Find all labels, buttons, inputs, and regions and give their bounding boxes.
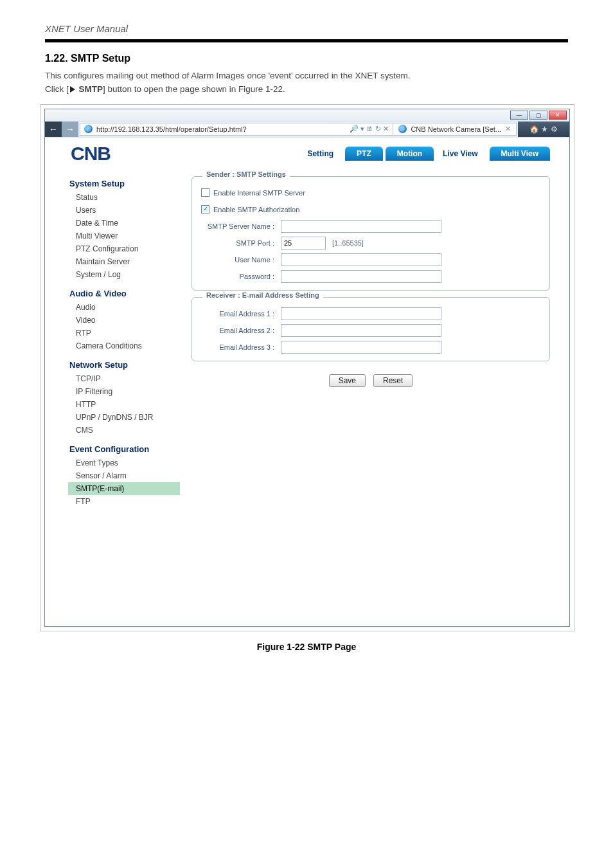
action-buttons: Save Reset — [191, 368, 550, 391]
nav-users[interactable]: Users — [68, 204, 180, 217]
email2-label: Email Address 2 : — [201, 327, 281, 334]
receiver-fieldset: Receiver : E-mail Address Setting Email … — [191, 297, 550, 361]
email1-label: Email Address 1 : — [201, 310, 281, 318]
nav-rtp[interactable]: RTP — [68, 327, 180, 339]
nav-ftp[interactable]: FTP — [68, 495, 180, 508]
section-title: 1.22. SMTP Setup — [0, 42, 613, 66]
window-minimize-button[interactable]: — — [510, 111, 528, 120]
email3-label: Email Address 3 : — [201, 343, 281, 351]
tab-title: CNB Network Camera [Set... — [411, 125, 501, 133]
side-nav: System Setup Status Users Date & Time Mu… — [68, 171, 180, 508]
smtp-port-input[interactable] — [281, 237, 326, 249]
nav-ip-filtering[interactable]: IP Filtering — [68, 385, 180, 398]
page-content: CNB Setting PTZ Motion Live View Multi V… — [45, 138, 569, 626]
section-body: This configures mailing out method of Al… — [0, 66, 613, 96]
nav-back-button[interactable]: ← — [45, 122, 62, 137]
body-line-2: Click [ SMTP] button to open the page sh… — [45, 83, 568, 96]
smtp-server-name-input[interactable] — [281, 220, 441, 233]
content-columns: System Setup Status Users Date & Time Mu… — [45, 171, 569, 508]
nav-event-types[interactable]: Event Types — [68, 457, 180, 469]
nav-setting[interactable]: Setting — [298, 147, 342, 161]
nav-date-time[interactable]: Date & Time — [68, 217, 180, 230]
nav-multi-view[interactable]: Multi View — [490, 147, 550, 161]
nav-sensor-alarm[interactable]: Sensor / Alarm — [68, 469, 180, 482]
nav-maintain-server[interactable]: Maintain Server — [68, 255, 180, 268]
window-titlebar: — ▢ ✕ — [45, 109, 569, 121]
smtp-server-name-label: SMTP Server Name : — [201, 222, 281, 230]
email2-input[interactable] — [281, 324, 441, 337]
nav-camera-conditions[interactable]: Camera Conditions — [68, 339, 180, 352]
enable-smtp-auth-checkbox[interactable]: Enable SMTP Authorization — [201, 205, 299, 213]
ie-icon — [84, 125, 93, 133]
nav-audio[interactable]: Audio — [68, 301, 180, 314]
enable-internal-smtp-checkbox[interactable]: Enable Internal SMTP Server — [201, 188, 305, 197]
nav-upnp-dyndns-bjr[interactable]: UPnP / DynDNS / BJR — [68, 411, 180, 424]
save-button[interactable]: Save — [329, 374, 366, 387]
tab-close-icon[interactable]: ✕ — [505, 125, 511, 133]
ie-icon — [398, 125, 407, 133]
nav-smtp-email[interactable]: SMTP(E-mail) — [68, 482, 180, 495]
top-nav-links: Setting PTZ Motion Live View Multi View — [298, 147, 550, 161]
smtp-port-hint: [1..65535] — [332, 239, 364, 247]
smtp-port-label: SMTP Port : — [201, 239, 281, 247]
checkbox-unchecked-icon — [201, 188, 209, 197]
section-number: 1.22. — [45, 53, 68, 64]
nav-multi-viewer[interactable]: Multi Viewer — [68, 230, 180, 242]
home-star-gear-icons[interactable]: 🏠 ★ ⚙ — [529, 125, 558, 134]
nav-ptz-config[interactable]: PTZ Configuration — [68, 242, 180, 255]
group-network-setup: Network Setup — [69, 360, 180, 370]
email1-input[interactable] — [281, 307, 441, 320]
doc-header-title: XNET User Manual — [0, 0, 613, 37]
smtp-pass-input[interactable] — [281, 270, 441, 283]
nav-video[interactable]: Video — [68, 314, 180, 327]
window-close-button[interactable]: ✕ — [549, 111, 567, 120]
browser-toolbar-right: 🏠 ★ ⚙ — [518, 122, 569, 137]
smtp-user-input[interactable] — [281, 253, 441, 266]
receiver-legend: Receiver : E-mail Address Setting — [202, 291, 323, 299]
nav-ptz[interactable]: PTZ — [345, 147, 383, 161]
browser-address-bar: ← → http://192.168.123.35/html/operator/… — [45, 121, 569, 138]
enable-internal-smtp-label: Enable Internal SMTP Server — [213, 189, 305, 197]
sender-fieldset: Sender : SMTP Settings Enable Internal S… — [191, 176, 550, 291]
section-name: SMTP Setup — [71, 53, 130, 64]
browser-window: — ▢ ✕ ← → http://192.168.123.35/html/ope… — [44, 109, 570, 627]
nav-live-view[interactable]: Live View — [434, 147, 486, 161]
nav-cms[interactable]: CMS — [68, 424, 180, 437]
nav-http[interactable]: HTTP — [68, 398, 180, 411]
email3-input[interactable] — [281, 341, 441, 354]
enable-smtp-auth-label: Enable SMTP Authorization — [213, 206, 299, 213]
settings-panel: Sender : SMTP Settings Enable Internal S… — [191, 171, 550, 508]
window-maximize-button[interactable]: ▢ — [529, 111, 547, 120]
sender-legend: Sender : SMTP Settings — [202, 170, 290, 178]
nav-system-log[interactable]: System / Log — [68, 268, 180, 281]
figure-screenshot: — ▢ ✕ ← → http://192.168.123.35/html/ope… — [40, 104, 574, 631]
smtp-user-label: User Name : — [201, 256, 281, 264]
url-toolbar-icons: 🔎 ▾ 🗎 ↻ ✕ — [350, 125, 389, 133]
nav-status[interactable]: Status — [68, 191, 180, 204]
reset-button[interactable]: Reset — [373, 374, 413, 387]
play-triangle-icon — [70, 86, 75, 93]
group-event-config: Event Configuration — [69, 444, 180, 454]
group-audio-video: Audio & Video — [69, 289, 180, 298]
checkbox-checked-icon — [201, 205, 209, 213]
url-text: http://192.168.123.35/html/operator/Setu… — [96, 125, 247, 133]
body-line-1: This configures mailing out method of Al… — [45, 69, 568, 83]
nav-motion[interactable]: Motion — [386, 147, 434, 161]
figure-caption: Figure 1-22 SMTP Page — [0, 642, 613, 652]
cnb-logo: CNB — [71, 143, 193, 165]
url-field[interactable]: http://192.168.123.35/html/operator/Setu… — [80, 123, 393, 136]
smtp-pass-label: Password : — [201, 273, 281, 280]
nav-forward-button[interactable]: → — [62, 122, 78, 137]
group-system-setup: System Setup — [69, 179, 180, 188]
top-nav: CNB Setting PTZ Motion Live View Multi V… — [45, 138, 569, 171]
nav-tcpip[interactable]: TCP/IP — [68, 372, 180, 385]
browser-tab-active[interactable]: CNB Network Camera [Set... ✕ — [393, 123, 517, 136]
